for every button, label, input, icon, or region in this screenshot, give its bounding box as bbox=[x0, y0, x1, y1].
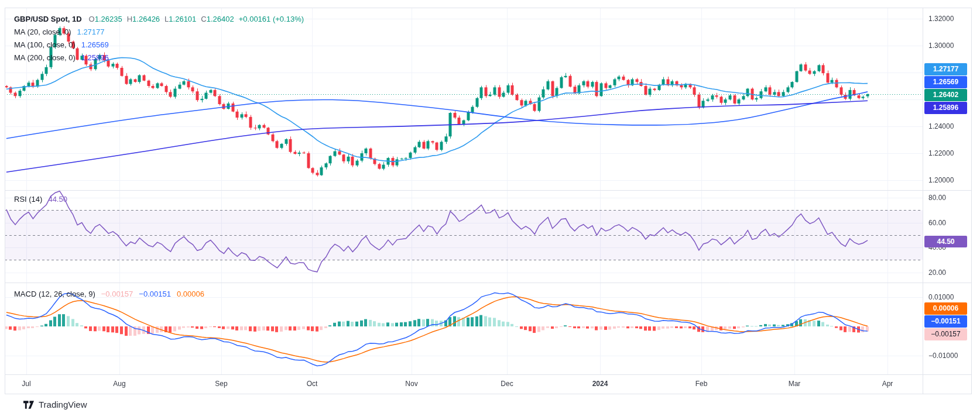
macd-signal-value: 0.00006 bbox=[177, 290, 204, 298]
macd-hist-value: −0.00157 bbox=[101, 290, 133, 298]
ma100-value: 1.26569 bbox=[81, 40, 109, 49]
rsi-label: RSI (14) bbox=[14, 195, 42, 204]
rsi-value: 44.50 bbox=[48, 195, 67, 204]
symbol-title: GBP/USD Spot, 1D bbox=[14, 15, 82, 23]
time-axis[interactable] bbox=[5, 374, 923, 394]
open-value: 1.26235 bbox=[95, 15, 122, 23]
tradingview-logo-icon bbox=[23, 400, 35, 409]
open-label: O bbox=[89, 15, 95, 23]
symbol-legend[interactable]: GBP/USD Spot, 1DO1.26235H1.26426L1.26101… bbox=[14, 13, 304, 26]
brand-name: TradingView bbox=[39, 400, 87, 409]
macd-signal-badge: 0.00006 bbox=[924, 302, 967, 315]
macd-legend[interactable]: MACD (12, 26, close, 9)−0.00157−0.001510… bbox=[14, 288, 204, 301]
ma20-legend[interactable]: MA (20, close, 0)1.27177 bbox=[14, 26, 304, 39]
price-badge-ma100: 1.26569 bbox=[924, 76, 967, 88]
ma200-value: 1.25896 bbox=[81, 53, 109, 62]
close-value: 1.26402 bbox=[207, 15, 234, 23]
ma20-label: MA (20, close, 0) bbox=[14, 27, 71, 36]
macd-label: MACD (12, 26, close, 9) bbox=[14, 290, 95, 298]
tradingview-logo[interactable]: TradingView bbox=[23, 400, 87, 409]
macd-hist-badge: −0.00157 bbox=[924, 328, 967, 340]
price-badge-ma200: 1.25896 bbox=[924, 102, 967, 114]
ma200-label: MA (200, close, 0) bbox=[14, 53, 76, 62]
rsi-legend[interactable]: RSI (14)44.50 bbox=[14, 193, 67, 206]
ma200-legend[interactable]: MA (200, close, 0)1.25896 bbox=[14, 51, 304, 64]
low-value: 1.26101 bbox=[169, 15, 196, 23]
ma100-label: MA (100, close, 0) bbox=[14, 40, 76, 49]
macd-line-badge: −0.00151 bbox=[924, 315, 967, 328]
macd-line-value: −0.00151 bbox=[139, 290, 171, 298]
price-badge-last: 1.26402 bbox=[924, 89, 967, 101]
high-label: H bbox=[127, 15, 132, 23]
rsi-badge: 44.50 bbox=[924, 236, 967, 247]
ma100-legend[interactable]: MA (100, close, 0)1.26569 bbox=[14, 39, 304, 51]
high-value: 1.26426 bbox=[132, 15, 160, 23]
tradingview-chart: 1.320001.300001.240001.220001.2000080.00… bbox=[0, 0, 980, 420]
change-value: +0.00161 (+0.13%) bbox=[239, 15, 304, 23]
ma20-value: 1.27177 bbox=[77, 27, 105, 36]
close-label: C bbox=[201, 15, 206, 23]
price-badge-ma20: 1.27177 bbox=[924, 63, 967, 75]
